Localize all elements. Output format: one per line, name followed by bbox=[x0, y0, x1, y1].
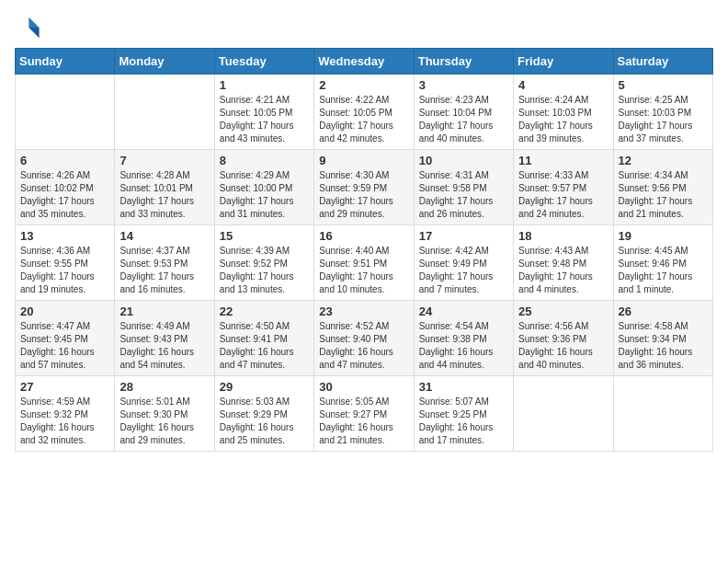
calendar-cell: 1Sunrise: 4:21 AM Sunset: 10:05 PM Dayli… bbox=[214, 75, 313, 150]
day-number: 16 bbox=[319, 229, 408, 243]
day-number: 28 bbox=[119, 380, 209, 394]
calendar-cell: 28Sunrise: 5:01 AM Sunset: 9:30 PM Dayli… bbox=[115, 376, 214, 452]
day-number: 11 bbox=[518, 154, 608, 167]
day-number: 2 bbox=[319, 78, 408, 92]
calendar-cell: 10Sunrise: 4:31 AM Sunset: 9:58 PM Dayli… bbox=[414, 150, 513, 225]
day-info: Sunrise: 4:58 AM Sunset: 9:34 PM Dayligh… bbox=[619, 320, 708, 372]
calendar-cell: 24Sunrise: 4:54 AM Sunset: 9:38 PM Dayli… bbox=[414, 301, 513, 376]
day-info: Sunrise: 4:42 AM Sunset: 9:49 PM Dayligh… bbox=[419, 245, 508, 296]
day-info: Sunrise: 4:39 AM Sunset: 9:52 PM Dayligh… bbox=[220, 245, 309, 296]
day-number: 1 bbox=[220, 78, 309, 92]
day-number: 15 bbox=[220, 229, 309, 243]
calendar-week-row: 20Sunrise: 4:47 AM Sunset: 9:45 PM Dayli… bbox=[16, 301, 713, 376]
calendar-cell: 6Sunrise: 4:26 AM Sunset: 10:02 PM Dayli… bbox=[16, 150, 115, 225]
day-info: Sunrise: 5:05 AM Sunset: 9:27 PM Dayligh… bbox=[319, 396, 408, 447]
day-number: 14 bbox=[119, 229, 209, 243]
calendar-cell: 30Sunrise: 5:05 AM Sunset: 9:27 PM Dayli… bbox=[314, 376, 414, 452]
day-info: Sunrise: 4:28 AM Sunset: 10:01 PM Daylig… bbox=[119, 169, 209, 221]
day-info: Sunrise: 4:25 AM Sunset: 10:03 PM Daylig… bbox=[619, 94, 708, 145]
day-info: Sunrise: 4:29 AM Sunset: 10:00 PM Daylig… bbox=[220, 169, 309, 221]
day-number: 26 bbox=[619, 304, 708, 318]
calendar-cell: 14Sunrise: 4:37 AM Sunset: 9:53 PM Dayli… bbox=[115, 225, 214, 301]
calendar-cell: 16Sunrise: 4:40 AM Sunset: 9:51 PM Dayli… bbox=[314, 225, 414, 301]
calendar-cell: 26Sunrise: 4:58 AM Sunset: 9:34 PM Dayli… bbox=[613, 301, 712, 376]
day-number: 5 bbox=[619, 78, 708, 92]
weekday-header: Monday bbox=[115, 49, 214, 75]
calendar-cell: 8Sunrise: 4:29 AM Sunset: 10:00 PM Dayli… bbox=[214, 150, 313, 225]
day-number: 6 bbox=[20, 154, 109, 167]
day-info: Sunrise: 5:01 AM Sunset: 9:30 PM Dayligh… bbox=[119, 396, 209, 447]
calendar-cell: 3Sunrise: 4:23 AM Sunset: 10:04 PM Dayli… bbox=[414, 75, 513, 150]
calendar-cell bbox=[613, 376, 712, 452]
day-info: Sunrise: 4:43 AM Sunset: 9:48 PM Dayligh… bbox=[518, 245, 608, 296]
page-header bbox=[15, 15, 713, 40]
calendar-cell: 5Sunrise: 4:25 AM Sunset: 10:03 PM Dayli… bbox=[613, 75, 712, 150]
logo-icon bbox=[15, 15, 40, 40]
day-info: Sunrise: 4:33 AM Sunset: 9:57 PM Dayligh… bbox=[518, 169, 608, 221]
weekday-header: Wednesday bbox=[314, 49, 414, 75]
weekday-header: Saturday bbox=[613, 49, 712, 75]
calendar-cell: 12Sunrise: 4:34 AM Sunset: 9:56 PM Dayli… bbox=[613, 150, 712, 225]
day-number: 8 bbox=[220, 154, 309, 167]
calendar-cell: 25Sunrise: 4:56 AM Sunset: 9:36 PM Dayli… bbox=[514, 301, 613, 376]
day-number: 12 bbox=[619, 154, 708, 167]
svg-marker-0 bbox=[28, 17, 39, 28]
day-number: 13 bbox=[20, 229, 109, 243]
day-number: 18 bbox=[518, 229, 608, 243]
day-number: 4 bbox=[518, 78, 608, 92]
weekday-header: Friday bbox=[514, 49, 613, 75]
day-number: 30 bbox=[319, 380, 408, 394]
day-info: Sunrise: 4:54 AM Sunset: 9:38 PM Dayligh… bbox=[419, 320, 508, 372]
day-info: Sunrise: 4:37 AM Sunset: 9:53 PM Dayligh… bbox=[119, 245, 209, 296]
day-number: 24 bbox=[419, 304, 508, 318]
calendar-cell: 29Sunrise: 5:03 AM Sunset: 9:29 PM Dayli… bbox=[214, 376, 313, 452]
logo bbox=[15, 15, 44, 40]
day-number: 3 bbox=[419, 78, 508, 92]
day-number: 9 bbox=[319, 154, 408, 167]
calendar-cell: 20Sunrise: 4:47 AM Sunset: 9:45 PM Dayli… bbox=[16, 301, 115, 376]
day-number: 10 bbox=[419, 154, 508, 167]
day-info: Sunrise: 4:50 AM Sunset: 9:41 PM Dayligh… bbox=[220, 320, 309, 372]
day-info: Sunrise: 4:26 AM Sunset: 10:02 PM Daylig… bbox=[20, 169, 109, 221]
calendar-cell: 22Sunrise: 4:50 AM Sunset: 9:41 PM Dayli… bbox=[214, 301, 313, 376]
day-info: Sunrise: 4:24 AM Sunset: 10:03 PM Daylig… bbox=[518, 94, 608, 145]
day-info: Sunrise: 4:47 AM Sunset: 9:45 PM Dayligh… bbox=[20, 320, 109, 372]
calendar-cell bbox=[115, 75, 214, 150]
day-number: 22 bbox=[220, 304, 309, 318]
weekday-header: Tuesday bbox=[214, 49, 313, 75]
calendar-week-row: 13Sunrise: 4:36 AM Sunset: 9:55 PM Dayli… bbox=[16, 225, 713, 301]
day-info: Sunrise: 4:23 AM Sunset: 10:04 PM Daylig… bbox=[419, 94, 508, 145]
day-info: Sunrise: 4:45 AM Sunset: 9:46 PM Dayligh… bbox=[619, 245, 708, 296]
day-number: 29 bbox=[220, 380, 309, 394]
day-info: Sunrise: 4:56 AM Sunset: 9:36 PM Dayligh… bbox=[518, 320, 608, 372]
day-info: Sunrise: 4:34 AM Sunset: 9:56 PM Dayligh… bbox=[619, 169, 708, 221]
day-info: Sunrise: 4:22 AM Sunset: 10:05 PM Daylig… bbox=[319, 94, 408, 145]
day-info: Sunrise: 4:40 AM Sunset: 9:51 PM Dayligh… bbox=[319, 245, 408, 296]
calendar-week-row: 27Sunrise: 4:59 AM Sunset: 9:32 PM Dayli… bbox=[16, 376, 713, 452]
calendar-cell bbox=[16, 75, 115, 150]
calendar-cell: 9Sunrise: 4:30 AM Sunset: 9:59 PM Daylig… bbox=[314, 150, 414, 225]
calendar-week-row: 6Sunrise: 4:26 AM Sunset: 10:02 PM Dayli… bbox=[16, 150, 713, 225]
day-number: 21 bbox=[119, 304, 209, 318]
calendar-cell: 21Sunrise: 4:49 AM Sunset: 9:43 PM Dayli… bbox=[115, 301, 214, 376]
day-number: 27 bbox=[20, 380, 109, 394]
day-number: 19 bbox=[619, 229, 708, 243]
day-info: Sunrise: 5:07 AM Sunset: 9:25 PM Dayligh… bbox=[419, 396, 508, 447]
day-info: Sunrise: 4:59 AM Sunset: 9:32 PM Dayligh… bbox=[20, 396, 109, 447]
day-info: Sunrise: 4:52 AM Sunset: 9:40 PM Dayligh… bbox=[319, 320, 408, 372]
day-info: Sunrise: 4:31 AM Sunset: 9:58 PM Dayligh… bbox=[419, 169, 508, 221]
day-number: 31 bbox=[419, 380, 508, 394]
weekday-header: Thursday bbox=[414, 49, 513, 75]
day-info: Sunrise: 5:03 AM Sunset: 9:29 PM Dayligh… bbox=[220, 396, 309, 447]
calendar-cell: 23Sunrise: 4:52 AM Sunset: 9:40 PM Dayli… bbox=[314, 301, 414, 376]
calendar-cell: 11Sunrise: 4:33 AM Sunset: 9:57 PM Dayli… bbox=[514, 150, 613, 225]
calendar: SundayMondayTuesdayWednesdayThursdayFrid… bbox=[15, 48, 713, 452]
calendar-cell: 13Sunrise: 4:36 AM Sunset: 9:55 PM Dayli… bbox=[16, 225, 115, 301]
day-number: 25 bbox=[518, 304, 608, 318]
calendar-cell: 27Sunrise: 4:59 AM Sunset: 9:32 PM Dayli… bbox=[16, 376, 115, 452]
day-info: Sunrise: 4:49 AM Sunset: 9:43 PM Dayligh… bbox=[119, 320, 209, 372]
day-number: 7 bbox=[119, 154, 209, 167]
day-number: 23 bbox=[319, 304, 408, 318]
day-info: Sunrise: 4:30 AM Sunset: 9:59 PM Dayligh… bbox=[319, 169, 408, 221]
calendar-cell bbox=[514, 376, 613, 452]
